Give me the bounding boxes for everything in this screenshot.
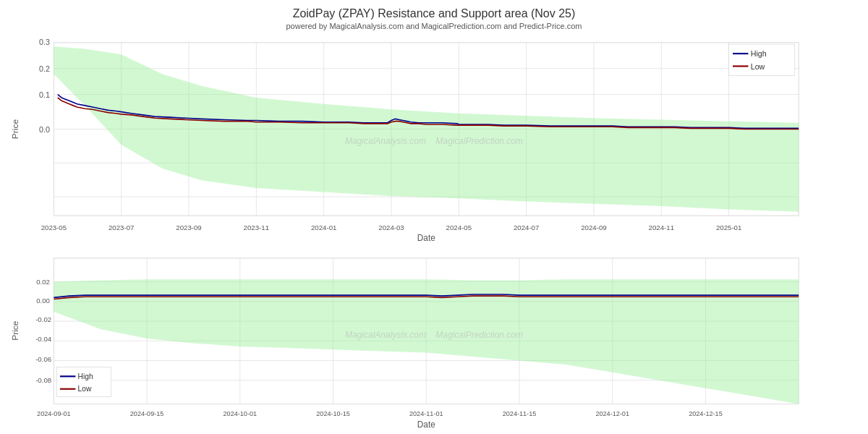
svg-text:2024-03: 2024-03 [378, 224, 404, 231]
svg-text:2024-11-15: 2024-11-15 [503, 409, 537, 417]
svg-text:2023-05: 2023-05 [41, 224, 67, 231]
svg-text:2024-09-15: 2024-09-15 [130, 409, 164, 417]
svg-text:2024-05: 2024-05 [446, 224, 472, 231]
svg-text:0.02: 0.02 [36, 277, 50, 285]
svg-text:High: High [78, 372, 93, 380]
svg-text:2023-07: 2023-07 [109, 224, 134, 231]
svg-text:2024-10-01: 2024-10-01 [224, 409, 258, 417]
svg-text:-0.04: -0.04 [35, 335, 52, 343]
svg-text:Low: Low [78, 385, 92, 393]
charts-area: 0.3 0.2 0.1 0.0 2023-05 2023-07 2023-09 … [0, 35, 868, 434]
svg-text:-0.02: -0.02 [35, 315, 51, 323]
svg-text:2024-09-01: 2024-09-01 [37, 409, 71, 417]
svg-text:2023-09: 2023-09 [176, 224, 201, 231]
svg-text:2024-01: 2024-01 [311, 224, 336, 231]
svg-text:Price: Price [10, 119, 20, 139]
svg-text:2024-11-01: 2024-11-01 [409, 409, 443, 417]
svg-text:Price: Price [10, 320, 20, 341]
svg-text:High: High [751, 49, 767, 58]
svg-text:0.2: 0.2 [39, 64, 50, 73]
svg-text:-0.08: -0.08 [35, 376, 51, 384]
svg-text:Date: Date [417, 420, 435, 430]
top-chart: 0.3 0.2 0.1 0.0 2023-05 2023-07 2023-09 … [7, 35, 861, 247]
svg-text:Low: Low [751, 62, 765, 71]
svg-text:2024-11: 2024-11 [649, 224, 674, 231]
svg-text:0.0: 0.0 [39, 125, 50, 134]
svg-text:2024-07: 2024-07 [514, 224, 539, 231]
chart-title: ZoidPay (ZPAY) Resistance and Support ar… [293, 7, 576, 20]
chart-subtitle: powered by MagicalAnalysis.com and Magic… [286, 22, 582, 30]
top-chart-svg: 0.3 0.2 0.1 0.0 2023-05 2023-07 2023-09 … [7, 35, 861, 247]
svg-text:0.1: 0.1 [39, 90, 50, 99]
svg-text:2023-11: 2023-11 [244, 224, 269, 231]
svg-text:0.00: 0.00 [36, 297, 50, 305]
svg-text:2024-10-15: 2024-10-15 [316, 409, 350, 417]
bottom-chart: 0.02 0.00 -0.02 -0.04 -0.06 -0.08 2024-0… [7, 250, 861, 434]
svg-text:2024-12-15: 2024-12-15 [689, 409, 723, 417]
svg-text:-0.06: -0.06 [35, 354, 51, 362]
page-container: ZoidPay (ZPAY) Resistance and Support ar… [0, 0, 868, 434]
bottom-chart-svg: 0.02 0.00 -0.02 -0.04 -0.06 -0.08 2024-0… [7, 250, 861, 434]
svg-text:0.3: 0.3 [39, 38, 50, 46]
svg-text:2024-09: 2024-09 [581, 224, 606, 231]
svg-text:2025-01: 2025-01 [716, 224, 741, 231]
svg-text:2024-12-01: 2024-12-01 [595, 409, 629, 417]
svg-text:Date: Date [417, 233, 435, 243]
